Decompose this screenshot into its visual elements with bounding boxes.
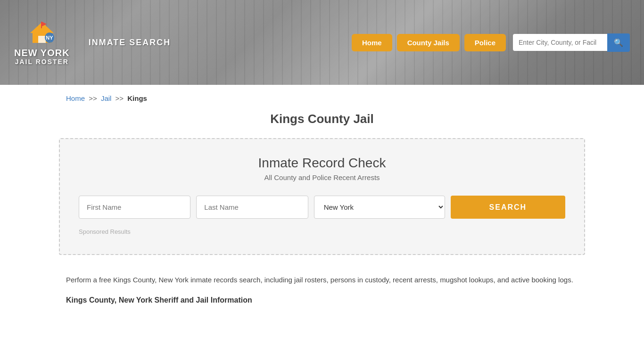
breadcrumb-sep1: >>: [89, 94, 97, 102]
header-search-bar: 🔍: [513, 33, 630, 52]
body-content: Perform a free Kings County, New York in…: [0, 269, 644, 328]
body-section-heading: Kings County, New York Sheriff and Jail …: [66, 294, 578, 306]
record-check-title: Inmate Record Check: [79, 156, 565, 171]
svg-text:NY: NY: [46, 35, 53, 41]
breadcrumb-jail-link[interactable]: Jail: [101, 94, 112, 102]
inmate-search-label: INMATE SEARCH: [89, 38, 171, 48]
first-name-input[interactable]: [79, 196, 190, 219]
page-title: Kings County Jail: [0, 112, 644, 126]
logo-subtitle: JAIL ROSTER: [15, 58, 69, 66]
breadcrumb-home-link[interactable]: Home: [66, 94, 85, 102]
nav-area: Home County Jails Police: [352, 34, 506, 51]
site-header: NY NEW YORK JAIL ROSTER INMATE SEARCH Ho…: [0, 0, 644, 85]
last-name-input[interactable]: [196, 196, 308, 219]
body-paragraph1: Perform a free Kings County, New York in…: [66, 274, 578, 286]
record-check-subtitle: All County and Police Recent Arrests: [79, 173, 565, 181]
state-select[interactable]: AlabamaAlaskaArizonaArkansasCaliforniaCo…: [314, 196, 445, 219]
breadcrumb-sep2: >>: [116, 94, 124, 102]
logo-icon: NY: [28, 20, 56, 46]
logo-title: NEW YORK: [14, 48, 70, 58]
header-search-button[interactable]: 🔍: [607, 33, 630, 52]
logo-area: NY NEW YORK JAIL ROSTER: [14, 20, 70, 66]
header-search-input[interactable]: [513, 34, 607, 51]
breadcrumb-current: Kings: [127, 94, 147, 102]
record-check-box: Inmate Record Check All County and Polic…: [59, 138, 585, 255]
sponsored-label: Sponsored Results: [79, 228, 565, 235]
record-search-row: AlabamaAlaskaArizonaArkansasCaliforniaCo…: [79, 196, 565, 219]
breadcrumb: Home >> Jail >> Kings: [0, 85, 644, 112]
nav-home-button[interactable]: Home: [352, 34, 392, 51]
svg-rect-3: [41, 22, 42, 28]
nav-county-jails-button[interactable]: County Jails: [397, 34, 460, 51]
search-button[interactable]: SEARCH: [451, 196, 565, 219]
svg-rect-2: [38, 36, 46, 43]
nav-police-button[interactable]: Police: [464, 34, 506, 51]
